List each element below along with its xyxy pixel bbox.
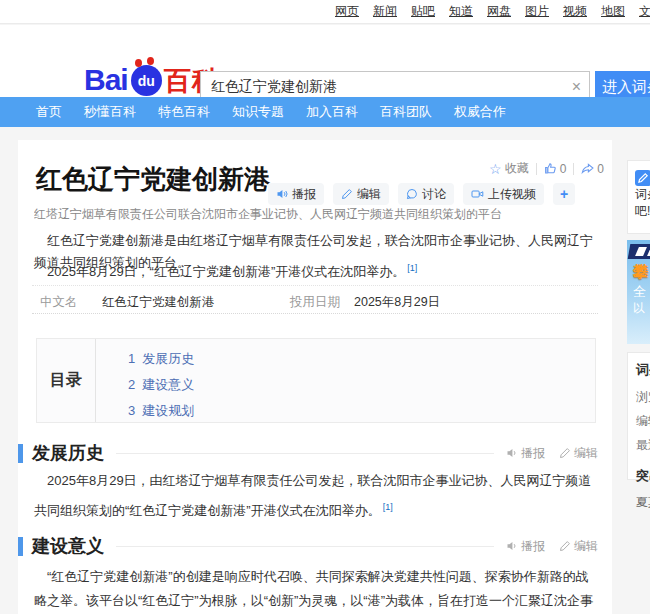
topnav-link-maps[interactable]: 地图 <box>601 3 625 20</box>
infobox-value: 2025年8月29日 <box>354 294 440 311</box>
clear-search-icon[interactable]: × <box>572 77 581 97</box>
paw-dot <box>135 59 142 67</box>
plus-icon: + <box>560 186 568 202</box>
nav-item-quanwei[interactable]: 权威合作 <box>454 103 506 121</box>
site-header: Bai du 百科 × 进入词条 <box>0 25 650 97</box>
logo-du-text: du <box>138 73 155 89</box>
infobox-value: 红色辽宁党建创新港 <box>102 294 215 311</box>
title-action-buttons: 播报 编辑 讨论 上传视频 + <box>268 183 575 205</box>
section-header: 建设意义 播报 编辑 <box>18 536 598 556</box>
topnav-link-news[interactable]: 新闻 <box>373 3 397 20</box>
toc-item-number: 2 <box>128 377 135 392</box>
infobox-label: 中文名 <box>40 294 78 311</box>
section-readaloud-button[interactable]: 播报 <box>506 445 545 462</box>
collect-button[interactable]: ☆ 收藏 <box>489 160 529 177</box>
contributors-title: 突出贡献榜 <box>636 467 650 485</box>
upload-video-button[interactable]: 上传视频 <box>463 183 544 205</box>
edit-pencil-icon[interactable] <box>635 170 650 186</box>
video-icon <box>471 188 484 200</box>
topnav-link-wenku[interactable]: 文库 <box>639 3 650 20</box>
nav-item-miaodong[interactable]: 秒懂百科 <box>84 103 136 121</box>
section-edit-button[interactable]: 编辑 <box>559 445 598 462</box>
sidebar-promo-banner[interactable]: 攀 全 以 <box>627 240 650 344</box>
discuss-label: 讨论 <box>422 186 446 203</box>
table-of-contents: 目录 1发展历史 2建设意义 3建设规划 <box>36 338 596 423</box>
share-button[interactable]: 0 <box>581 162 604 176</box>
sidebar-edit-card: 词条 吧! <box>627 160 650 234</box>
toc-item-label: 建设意义 <box>142 377 194 392</box>
star-icon: ☆ <box>489 163 502 175</box>
social-actions: ☆ 收藏 0 0 <box>489 160 604 177</box>
section-bar <box>18 444 23 463</box>
banner-text: 攀 <box>633 262 649 283</box>
section-tools: 播报 编辑 <box>506 538 598 555</box>
toc-item-number: 3 <box>128 403 135 418</box>
nav-item-jiaru[interactable]: 加入百科 <box>306 103 358 121</box>
stats-item-update: 最近更新: <box>636 437 650 454</box>
topnav-link-video[interactable]: 视频 <box>563 3 587 20</box>
infobox: 中文名 红色辽宁党建创新港 投用日期 2025年8月29日 <box>32 285 598 314</box>
section-edit-label: 编辑 <box>574 445 598 462</box>
section-edit-label: 编辑 <box>574 538 598 555</box>
topnav-link-tieba[interactable]: 贴吧 <box>411 3 435 20</box>
nav-item-zhishi[interactable]: 知识专题 <box>232 103 284 121</box>
chat-icon <box>406 188 418 200</box>
section-paragraph-text: 2025年8月29日，由红塔辽宁烟草有限责任公司发起，联合沈阳市企事业记协、人民… <box>34 473 592 518</box>
lead-paragraph: 2025年8月29日，“红色辽宁党建创新港”开港仪式在沈阳举办。[1] <box>34 257 600 283</box>
toc-item-number: 1 <box>128 351 135 366</box>
contributor-link[interactable]: 夏莫 <box>636 494 650 511</box>
share-count: 0 <box>597 162 604 176</box>
pencil-icon <box>559 447 571 459</box>
citation-link[interactable]: [1] <box>407 263 417 273</box>
speaker-icon <box>506 540 518 552</box>
sidebar-stats-card: 词条统计 浏览次数: 编辑次数: 最近更新: 突出贡献榜 夏莫 <box>627 352 650 480</box>
nav-item-home[interactable]: 首页 <box>36 103 62 121</box>
divider <box>536 163 537 175</box>
toc-title: 目录 <box>37 339 96 422</box>
edit-button[interactable]: 编辑 <box>333 183 389 205</box>
speaker-icon <box>506 447 518 459</box>
toc-item-3[interactable]: 3建设规划 <box>128 398 194 424</box>
primary-nav: 首页 秒懂百科 特色百科 知识专题 加入百科 百科团队 权威合作 <box>0 97 650 127</box>
divider <box>573 163 574 175</box>
pencil-icon <box>341 188 353 200</box>
toc-item-label: 建设规划 <box>142 403 194 418</box>
toc-item-label: 发展历史 <box>142 351 194 366</box>
topnav-link-images[interactable]: 图片 <box>525 3 549 20</box>
citation-link[interactable]: [1] <box>383 502 393 512</box>
top-utility-nav: 网页 新闻 贴吧 知道 网盘 图片 视频 地图 文库 <box>0 0 650 24</box>
stats-title: 词条统计 <box>636 361 650 379</box>
topnav-link-pan[interactable]: 网盘 <box>487 3 511 20</box>
infobox-label: 投用日期 <box>290 294 340 311</box>
like-button[interactable]: 0 <box>544 162 567 176</box>
paw-dot <box>147 57 154 65</box>
nav-item-tuandui[interactable]: 百科团队 <box>380 103 432 121</box>
section-edit-button[interactable]: 编辑 <box>559 538 598 555</box>
edit-card-text: 吧! <box>635 203 650 220</box>
thumb-up-icon <box>544 162 557 175</box>
divider <box>116 546 494 547</box>
topnav-link-zhidao[interactable]: 知道 <box>449 3 473 20</box>
divider <box>116 453 494 454</box>
toc-items: 1发展历史 2建设意义 3建设规划 <box>96 339 194 422</box>
nav-item-tese[interactable]: 特色百科 <box>158 103 210 121</box>
article-subtitle: 红塔辽宁烟草有限责任公司联合沈阳市企事业记协、人民网辽宁频道共同组织策划的平台 <box>34 206 609 223</box>
speaker-icon <box>276 188 288 200</box>
discuss-button[interactable]: 讨论 <box>398 183 454 205</box>
section-readaloud-button[interactable]: 播报 <box>506 538 545 555</box>
banner-text: 全 <box>633 283 646 301</box>
section-paragraph-text: “红色辽宁党建创新港”的创建是响应时代召唤、共同探索解决党建共性问题、探索协作新… <box>34 569 593 614</box>
lead-paragraph-text: 2025年8月29日，“红色辽宁党建创新港”开港仪式在沈阳举办。 <box>47 264 405 279</box>
baidu-paw-icon: du <box>131 65 162 96</box>
section-paragraph: “红色辽宁党建创新港”的创建是响应时代召唤、共同探索解决党建共性问题、探索协作新… <box>34 565 600 614</box>
section-readaloud-label: 播报 <box>521 445 545 462</box>
readaloud-button[interactable]: 播报 <box>268 183 324 205</box>
toc-item-1[interactable]: 1发展历史 <box>128 346 194 372</box>
edit-card-text: 词条 <box>635 186 650 203</box>
toc-item-2[interactable]: 2建设意义 <box>128 372 194 398</box>
edit-label: 编辑 <box>357 186 381 203</box>
section-header: 发展历史 播报 编辑 <box>18 443 598 463</box>
topnav-link-web[interactable]: 网页 <box>335 3 359 20</box>
add-button[interactable]: + <box>553 183 575 205</box>
collect-label: 收藏 <box>505 160 529 177</box>
